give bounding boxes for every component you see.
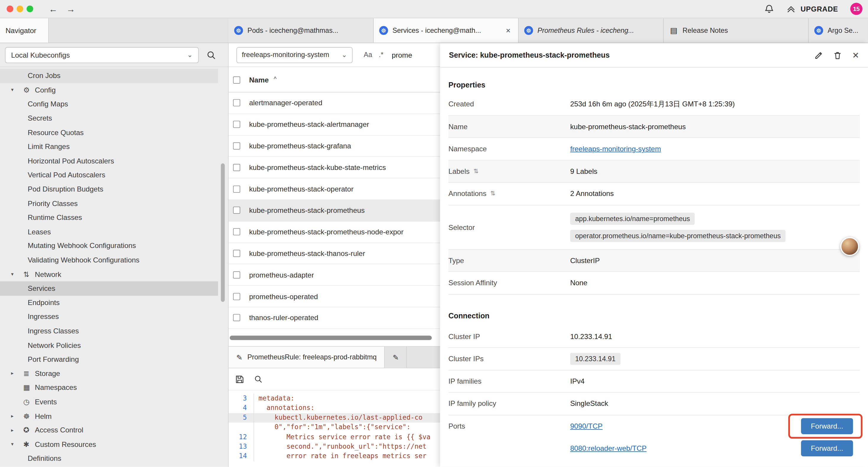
horizontal-scrollbar[interactable] [230, 335, 436, 340]
user-avatar[interactable] [840, 237, 859, 256]
name-value: kube-prometheus-stack-prometheus [570, 122, 860, 130]
kube-prometheus-stack-alertmanager[interactable]: kube-prometheus-stack-alertmanager [229, 114, 440, 136]
dock-tab[interactable] [385, 347, 407, 368]
dock-tab[interactable]: PrometheusRule: freeleaps-prod-rabbitmq [229, 347, 385, 368]
editor-tab[interactable]: ☸ Prometheus Rules - icecheng... [519, 18, 664, 42]
line-number [229, 423, 254, 432]
sidebar-item[interactable]: ✪ Access Control [0, 423, 218, 437]
notifications-bell-icon[interactable] [765, 4, 774, 13]
row-checkbox[interactable] [233, 293, 240, 300]
sidebar-item[interactable]: Validating Webhook Configurations [0, 253, 218, 267]
sidebar-item[interactable]: Runtime Classes [0, 210, 218, 225]
annotations-count[interactable]: 2 Annotations [570, 189, 860, 198]
editor-tab[interactable]: ☸ Argo Se... [809, 18, 868, 42]
yaml-editor[interactable]: 3 metadata: 4 annotations: 5 kubectl.kub… [229, 390, 440, 467]
sidebar-item[interactable]: ◷ Events [0, 395, 218, 409]
sidebar-item[interactable]: Mutating Webhook Configurations [0, 239, 218, 253]
history-back-button[interactable]: ← [46, 3, 60, 16]
expand-toggle-icon[interactable]: ⇅ [473, 168, 478, 175]
close-tab-icon[interactable] [504, 26, 513, 35]
window-minimize-button[interactable] [17, 6, 23, 12]
row-checkbox[interactable] [233, 121, 240, 128]
search-input[interactable]: prome [392, 51, 412, 59]
upgrade-button[interactable]: UPGRADE [786, 4, 838, 13]
row-checkbox[interactable] [233, 99, 240, 107]
row-checkbox[interactable] [233, 314, 240, 321]
regex-toggle[interactable]: .* [379, 51, 383, 59]
port-forward-button[interactable]: Forward... [801, 440, 853, 456]
editor-tab[interactable]: ▤ Release Notes [664, 18, 809, 42]
save-icon[interactable] [235, 375, 244, 384]
sidebar-item[interactable]: ▦ Namespaces [0, 380, 218, 395]
row-checkbox[interactable] [233, 143, 240, 150]
sidebar-scrollbar[interactable] [221, 164, 225, 302]
sidebar-item[interactable]: Port Forwarding [0, 352, 218, 366]
sidebar-item[interactable]: Priority Classes [0, 196, 218, 210]
sidebar-item[interactable]: Endpoints [0, 296, 218, 310]
kube-prometheus-stack-kube-state-metrics[interactable]: kube-prometheus-stack-kube-state-metrics [229, 157, 440, 178]
sidebar-item[interactable]: Ingress Classes [0, 324, 218, 338]
sidebar-item[interactable]: Cron Jobs [0, 68, 218, 83]
sidebar-item[interactable]: Leases [0, 225, 218, 239]
row-checkbox[interactable] [233, 207, 240, 214]
sidebar-item[interactable]: Horizontal Pod Autoscalers [0, 154, 218, 168]
port-forward-button[interactable]: Forward... [801, 418, 853, 434]
row-checkbox[interactable] [233, 271, 240, 279]
delete-trash-icon[interactable] [833, 51, 842, 59]
edit-pencil-icon[interactable] [814, 51, 824, 59]
expand-toggle-icon[interactable]: ⇅ [490, 190, 495, 197]
sidebar-item[interactable]: Config Maps [0, 97, 218, 111]
field-label: IP families [448, 377, 570, 385]
name-column-header[interactable]: Name [249, 76, 269, 84]
select-all-checkbox[interactable] [233, 76, 240, 83]
sidebar-item[interactable]: Services [0, 282, 218, 296]
port-link[interactable]: 8080:reloader-web/TCP [570, 444, 647, 453]
window-zoom-button[interactable] [27, 6, 33, 12]
search-icon[interactable] [207, 50, 216, 60]
prometheus-operated[interactable]: prometheus-operated [229, 286, 440, 308]
row-checkbox[interactable] [233, 185, 240, 193]
sidebar-item[interactable]: Resource Quotas [0, 125, 218, 140]
row-checkbox[interactable] [233, 164, 240, 171]
sidebar-item[interactable]: Network Policies [0, 338, 218, 352]
window-close-button[interactable] [6, 6, 13, 12]
sidebar-item[interactable]: ☸ Helm [0, 409, 218, 423]
sidebar-item[interactable]: Pod Disruption Budgets [0, 182, 218, 196]
chevron-icon [11, 371, 23, 376]
port-link[interactable]: 9090/TCP [570, 422, 603, 430]
kube-prometheus-stack-prometheus-node-expor[interactable]: kube-prometheus-stack-prometheus-node-ex… [229, 222, 440, 243]
sidebar-item[interactable]: Limit Ranges [0, 140, 218, 154]
thanos-ruler-operated[interactable]: thanos-ruler-operated [229, 308, 440, 329]
sidebar-item[interactable]: Ingresses [0, 310, 218, 324]
search-icon[interactable] [254, 375, 262, 383]
navigator-panel-tab[interactable]: Navigator [0, 18, 49, 42]
sidebar-item[interactable]: ⇅ Network [0, 267, 218, 282]
namespace-link[interactable]: freeleaps-monitoring-system [570, 145, 661, 153]
sidebar-item[interactable]: ⚙ Config [0, 83, 218, 97]
sidebar-item-label: Limit Ranges [28, 143, 70, 151]
scrollbar-thumb[interactable] [230, 335, 432, 340]
kube-prometheus-stack-prometheus[interactable]: kube-prometheus-stack-prometheus [229, 200, 440, 222]
sidebar-item[interactable]: Vertical Pod Autoscalers [0, 168, 218, 182]
case-sensitive-toggle[interactable]: Aa [364, 51, 372, 59]
sidebar-item[interactable]: Secrets [0, 111, 218, 125]
namespace-filter-dropdown[interactable]: freeleaps-monitoring-system ⌄ [236, 47, 352, 63]
kube-prometheus-stack-operator[interactable]: kube-prometheus-stack-operator [229, 178, 440, 200]
editor-tab[interactable]: ☸ Pods - icecheng@mathmas... [229, 18, 374, 42]
row-checkbox[interactable] [233, 228, 240, 235]
sort-ascending-icon[interactable]: ^ [274, 76, 277, 82]
sidebar-item[interactable]: Definitions [0, 451, 218, 466]
notification-count-badge[interactable]: 15 [850, 3, 862, 15]
prometheus-adapter[interactable]: prometheus-adapter [229, 264, 440, 286]
kube-prometheus-stack-thanos-ruler[interactable]: kube-prometheus-stack-thanos-ruler [229, 243, 440, 265]
kubeconfig-dropdown[interactable]: Local Kubeconfigs ⌄ [5, 47, 199, 63]
sidebar-item[interactable]: ✱ Custom Resources [0, 437, 218, 451]
row-checkbox[interactable] [233, 250, 240, 257]
alertmanager-operated[interactable]: alertmanager-operated [229, 92, 440, 114]
kube-prometheus-stack-grafana[interactable]: kube-prometheus-stack-grafana [229, 135, 440, 157]
close-drawer-icon[interactable]: ✕ [852, 50, 859, 60]
editor-tab[interactable]: ☸ Services - icecheng@math... [374, 18, 519, 42]
history-forward-button[interactable]: → [64, 3, 78, 16]
sidebar-item[interactable]: ≣ Storage [0, 366, 218, 380]
labels-count[interactable]: 9 Labels [570, 167, 860, 175]
